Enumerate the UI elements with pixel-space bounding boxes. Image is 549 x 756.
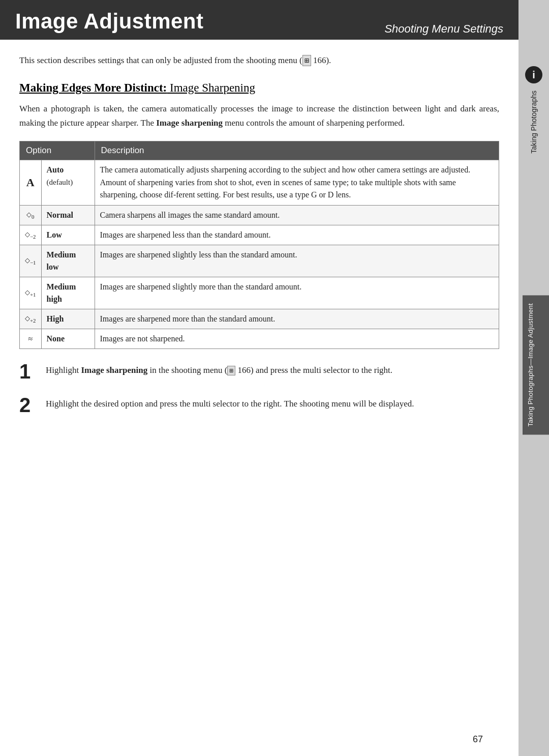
step-2-content: Highlight the desired option and press t… — [41, 397, 414, 411]
sharpening-table: Option Description A Auto (default) The … — [19, 141, 499, 349]
body-text-bold: Image sharpening — [156, 118, 223, 128]
table-cell-desc-high: Images are sharpened more than the stand… — [95, 309, 499, 329]
option-name-high: High — [47, 314, 64, 323]
table-cell-desc-medhigh: Images are sharpened slightly more than … — [95, 277, 499, 309]
step-1-bold: Image sharpening — [81, 365, 147, 375]
main-content: This section describes settings that can… — [0, 40, 518, 445]
menu-icon-step1: ⊞ — [227, 366, 235, 375]
step-2-text: Highlight the desired option and press t… — [46, 397, 414, 411]
page-number: 67 — [473, 734, 483, 745]
page: Image Adjustment Shooting Menu Settings … — [0, 0, 518, 756]
option-name-none: None — [47, 334, 65, 343]
step-1-content: Highlight Image sharpening in the shooti… — [41, 363, 392, 377]
intro-text-before: This section describes settings that can… — [19, 55, 302, 65]
option-name-auto: Auto — [47, 165, 64, 174]
table-cell-name-high: High — [41, 309, 95, 329]
table-cell-name-normal: Normal — [41, 206, 95, 225]
table-cell-icon-high: ◇+2 — [20, 309, 42, 329]
table-cell-desc-low: Images are sharpened less than the stand… — [95, 225, 499, 245]
heading-normal: Image Sharpening — [167, 81, 255, 94]
table-cell-icon-medlow: ◇−1 — [20, 245, 42, 277]
table-cell-icon-medhigh: ◇+1 — [20, 277, 42, 309]
table-cell-icon-low: ◇−2 — [20, 225, 42, 245]
table-cell-name-low: Low — [41, 225, 95, 245]
table-cell-desc-auto: The camera automatically adjusts sharpen… — [95, 160, 499, 205]
table-cell-icon-normal: ◇0 — [20, 206, 42, 225]
table-cell-desc-none: Images are not sharpened. — [95, 329, 499, 349]
option-name-normal: Normal — [47, 211, 73, 219]
table-row: A Auto (default) The camera automaticall… — [20, 160, 499, 205]
table-cell-name-medhigh: Medium high — [41, 277, 95, 309]
table-row: ≈ None Images are not sharpened. — [20, 329, 499, 349]
sidebar-text-block: Taking Photographs — [529, 91, 538, 154]
table-row: ◇0 Normal Camera sharpens all images the… — [20, 206, 499, 225]
step-2: 2 Highlight the desired option and press… — [19, 397, 499, 415]
body-paragraph: When a photograph is taken, the camera a… — [19, 102, 499, 129]
table-cell-desc-medlow: Images are sharpened slightly less than … — [95, 245, 499, 277]
intro-paragraph: This section describes settings that can… — [19, 54, 499, 67]
table-row: ◇+1 Medium high Images are sharpened sli… — [20, 277, 499, 309]
step-2-number: 2 — [19, 395, 41, 415]
table-cell-desc-normal: Camera sharpens all images the same stan… — [95, 206, 499, 225]
page-header: Image Adjustment Shooting Menu Settings — [0, 0, 518, 40]
page-subtitle: Shooting Menu Settings — [384, 22, 503, 36]
table-row: ◇−1 Medium low Images are sharpened slig… — [20, 245, 499, 277]
step-1-text: Highlight Image sharpening in the shooti… — [46, 363, 392, 377]
option-name-medlow: Medium low — [47, 250, 76, 271]
option-name-medhigh: Medium high — [47, 282, 76, 303]
step-1: 1 Highlight Image sharpening in the shoo… — [19, 363, 499, 382]
sidebar-tab: Taking Photographs—Image Adjustment — [523, 295, 549, 434]
sidebar-text: Taking Photographs — [529, 91, 538, 154]
table-cell-name-medlow: Medium low — [41, 245, 95, 277]
table-header-option: Option — [20, 141, 95, 160]
menu-icon: ⊞ — [302, 55, 311, 66]
option-sub-auto: (default) — [47, 178, 73, 186]
body-text-after: menu controls the amount of sharpening p… — [223, 118, 405, 128]
sidebar: i Taking Photographs Taking Photographs—… — [518, 0, 549, 756]
table-cell-name-none: None — [41, 329, 95, 349]
table-cell-icon: A — [20, 160, 42, 205]
section-heading: Making Edges More Distinct: Image Sharpe… — [19, 81, 499, 95]
sidebar-info-icon: i — [525, 66, 542, 83]
table-header-description: Description — [95, 141, 499, 160]
table-cell-name: Auto (default) — [41, 160, 95, 205]
table-cell-icon-none: ≈ — [20, 329, 42, 349]
intro-page-ref: 166). — [311, 55, 331, 65]
heading-bold: Making Edges More Distinct: — [19, 81, 167, 94]
option-name-low: Low — [47, 230, 62, 239]
steps-section: 1 Highlight Image sharpening in the shoo… — [19, 363, 499, 415]
table-row: ◇+2 High Images are sharpened more than … — [20, 309, 499, 329]
step-1-number: 1 — [19, 361, 41, 382]
table-row: ◇−2 Low Images are sharpened less than t… — [20, 225, 499, 245]
